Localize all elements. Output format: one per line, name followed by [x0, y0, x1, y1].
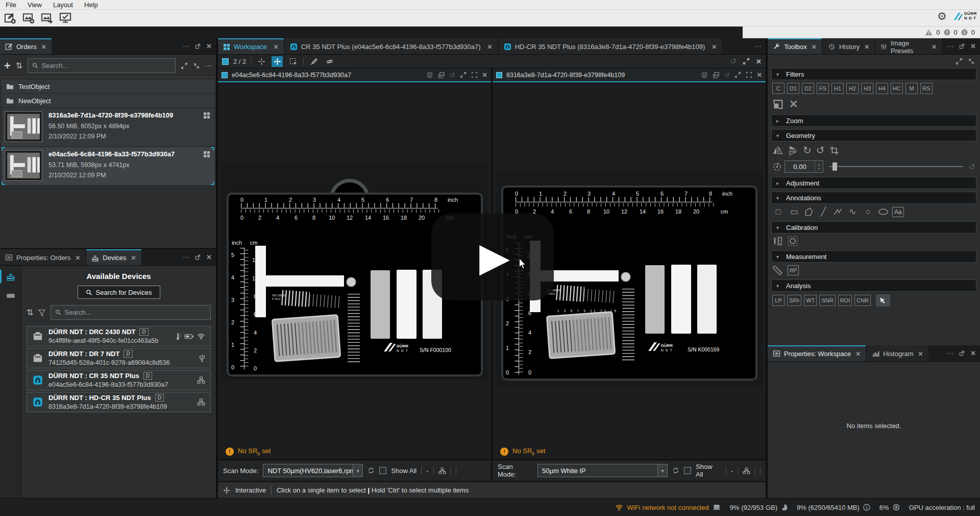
analysis-cnr-button[interactable]: CNR	[854, 295, 871, 306]
select-tool-button[interactable]	[287, 56, 299, 67]
calibration-ruler-icon[interactable]	[772, 236, 782, 246]
gallery-icon[interactable]	[713, 72, 720, 79]
filter-hc-button[interactable]: HC	[891, 83, 903, 94]
add-order-button[interactable]: +	[4, 60, 11, 72]
device-row-cr35[interactable]: DÜRR NDT : CR 35 NDT PlusD e04ac5e6-6c84…	[27, 370, 211, 390]
tab-hdcr35[interactable]: HD-CR 35 NDT Plus (8316a3e8-7d1a-4720-8f…	[499, 38, 722, 54]
filter-rs-button[interactable]: RS	[920, 83, 933, 94]
menu-file[interactable]: File	[0, 1, 22, 9]
tab-properties-orders[interactable]: Properties: Orders ✕	[0, 249, 85, 265]
gallery-icon[interactable]	[438, 72, 445, 79]
viewer-header[interactable]: 8316a3e8-7d1a-4720-8f39-e3798fe4b109 ↺ ✕	[493, 68, 766, 81]
analysis-srb-button[interactable]: SRb	[787, 295, 801, 306]
popout-icon[interactable]	[959, 43, 965, 50]
annotation-curve-icon[interactable]: ∿	[846, 206, 859, 217]
close-icon[interactable]: ✕	[206, 253, 212, 261]
close-icon[interactable]: ✕	[274, 43, 279, 51]
expand-all-icon[interactable]	[181, 62, 188, 69]
clear-filter-icon[interactable]: ✕	[789, 98, 798, 110]
video-play-overlay[interactable]: ▶	[431, 214, 554, 300]
close-icon[interactable]: ✕	[970, 349, 976, 357]
menu-help[interactable]: Help	[79, 1, 104, 9]
layers-icon[interactable]	[701, 72, 708, 79]
filter-m-button[interactable]: M	[905, 83, 918, 94]
tab-history[interactable]: History ✕	[823, 38, 875, 54]
layout-indicator-icon[interactable]	[222, 58, 229, 65]
section-calibration[interactable]: ▾Calibration	[771, 221, 976, 233]
grid-view-icon[interactable]	[203, 112, 210, 119]
close-icon[interactable]: ✕	[206, 42, 212, 50]
tab-toolbox[interactable]: Toolbox ✕	[768, 38, 822, 54]
monitor-check-button[interactable]	[57, 11, 74, 25]
filter-d2-button[interactable]: D2	[802, 83, 814, 94]
annotations-toggle-button[interactable]	[308, 56, 320, 67]
analysis-wt-button[interactable]: WT	[804, 295, 817, 306]
collapse-all-icon[interactable]	[193, 62, 200, 69]
refresh-icon[interactable]	[672, 467, 679, 474]
filter-c-button[interactable]: C	[772, 83, 785, 94]
popout-icon[interactable]	[959, 350, 965, 357]
section-annotations[interactable]: ▾Annotations	[771, 192, 976, 204]
order-item[interactable]: 8316a3e8-7d1a-4720-8f39-e3798fe4b109 56.…	[2, 108, 214, 146]
panel-menu-icon[interactable]: ⋯	[947, 349, 953, 357]
tab-cr35[interactable]: CR 35 NDT Plus (e04ac5e6-6c84-4196-8a33-…	[285, 38, 498, 54]
close-icon[interactable]: ✕	[756, 58, 762, 65]
panel-menu-icon[interactable]: ⋯	[947, 42, 953, 50]
move-tool-button[interactable]	[272, 56, 283, 67]
annotation-line-icon[interactable]: ╱	[817, 206, 829, 217]
annotation-rectangle-icon[interactable]: ▭	[788, 206, 800, 217]
device-row-dr7[interactable]: DÜRR NDT : DR 7 NDTD 74125d45-528a-401c-…	[27, 348, 211, 368]
section-analysis[interactable]: ▾Analysis	[771, 279, 976, 292]
tab-devices[interactable]: Devices ✕	[86, 249, 141, 265]
export-image-button[interactable]	[39, 11, 55, 25]
filter-h3-button[interactable]: H3	[861, 83, 873, 94]
panel-menu-icon[interactable]: ⋯	[183, 253, 189, 261]
slider-handle[interactable]	[832, 162, 837, 171]
close-icon[interactable]: ✕	[131, 254, 136, 262]
tab-image-presets[interactable]: Image Presets ✕	[875, 38, 942, 54]
flip-vertical-icon[interactable]	[788, 145, 798, 156]
maximize-icon[interactable]	[743, 58, 750, 65]
measure-length-icon[interactable]	[772, 265, 782, 275]
analysis-roi-button[interactable]: ROI	[838, 295, 852, 306]
folder-testobject[interactable]: TestObject	[2, 80, 214, 93]
calibration-circle-icon[interactable]	[788, 236, 798, 246]
menu-view[interactable]: View	[22, 1, 47, 9]
device-row-drc2430[interactable]: DÜRR NDT : DRC 2430 NDTD 9c4ff8fe-aeaf-4…	[27, 326, 211, 346]
show-all-checkbox[interactable]	[684, 467, 691, 474]
tab-histogram[interactable]: Histogram ✕	[867, 345, 928, 361]
crop-icon[interactable]	[829, 146, 839, 155]
analysis-snr-button[interactable]: SNR	[819, 295, 835, 306]
rail-devices-flat[interactable]	[0, 288, 21, 303]
angle-slider[interactable]	[829, 160, 963, 173]
sort-button[interactable]: ⇅	[27, 308, 33, 317]
close-icon[interactable]: ✕	[970, 42, 976, 50]
frame-icon[interactable]	[746, 72, 752, 78]
rotate-cw-icon[interactable]: ↻	[803, 144, 812, 156]
custom-filter-icon[interactable]	[772, 99, 783, 110]
menu-layout[interactable]: Layout	[47, 1, 79, 9]
annotation-square-icon[interactable]: □	[772, 207, 785, 217]
device-row-hdcr35[interactable]: DÜRR NDT : HD-CR 35 NDT PlusD 8316a3e8-7…	[27, 392, 211, 412]
expand-sections-icon[interactable]	[955, 58, 963, 65]
layers-icon[interactable]	[426, 72, 433, 79]
viewer-header[interactable]: e04ac5e6-6c84-4196-8a33-f577b3d930a7 ↺ ✕	[218, 68, 491, 81]
collapse-sections-icon[interactable]	[968, 58, 975, 65]
measure-area-icon[interactable]: m²	[788, 265, 799, 275]
close-icon[interactable]: ✕	[487, 43, 493, 51]
annotation-polyline-icon[interactable]	[833, 207, 843, 217]
orders-search-input[interactable]	[41, 62, 171, 69]
error-circle-icon[interactable]	[944, 29, 950, 36]
settings-gear-icon[interactable]: ⚙	[937, 11, 947, 21]
popout-icon[interactable]	[194, 254, 201, 261]
hide-overlays-button[interactable]	[324, 56, 335, 67]
rail-devices-available[interactable]	[0, 269, 21, 284]
order-item-selected[interactable]: e04ac5e6-6c84-4196-8a33-f577b3d930a7 53.…	[2, 147, 214, 185]
close-icon[interactable]: ✕	[855, 350, 861, 358]
close-icon[interactable]: ✕	[757, 71, 762, 79]
flip-horizontal-icon[interactable]	[772, 146, 783, 155]
close-icon[interactable]: ✕	[41, 43, 46, 51]
new-order-button[interactable]	[2, 11, 18, 25]
more-options-icon[interactable]: ⋯	[205, 62, 212, 69]
close-icon[interactable]: ✕	[932, 43, 937, 51]
